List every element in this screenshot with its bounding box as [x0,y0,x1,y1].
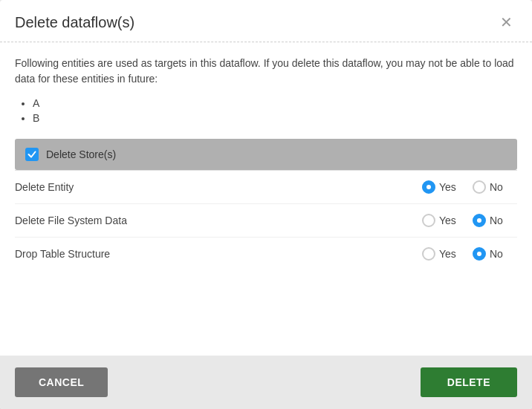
radio-circle-delete-entity-no[interactable] [473,180,486,194]
radio-delete-filesystem-yes[interactable]: Yes [422,214,467,227]
radio-label-yes-1: Yes [439,181,456,193]
delete-store-row[interactable]: Delete Store(s) [15,139,517,170]
option-row-delete-filesystem: Delete File System Data Yes No [15,204,517,238]
entity-item-b: B [33,112,517,124]
radio-group-delete-filesystem: Yes No [422,214,517,227]
cancel-button[interactable]: CANCEL [15,367,108,397]
radio-group-drop-table: Yes No [422,247,517,261]
option-row-drop-table: Drop Table Structure Yes No [15,238,517,270]
dialog-footer: CANCEL DELETE [0,356,532,409]
radio-delete-filesystem-no[interactable]: No [473,214,517,227]
radio-circle-delete-entity-yes[interactable] [422,180,435,194]
radio-drop-table-no[interactable]: No [473,247,517,261]
warning-text: Following entities are used as targets i… [15,56,517,87]
radio-label-yes-2: Yes [439,215,456,226]
option-label-delete-entity: Delete Entity [15,181,422,193]
option-label-delete-filesystem: Delete File System Data [15,215,422,226]
radio-circle-delete-filesystem-no[interactable] [473,214,486,227]
radio-circle-drop-table-yes[interactable] [422,247,435,261]
entity-item-a: A [33,97,517,109]
delete-store-checkbox[interactable] [25,148,39,161]
options-section: Delete Entity Yes No Delete File System … [15,170,517,270]
dialog-title: Delete dataflow(s) [15,14,134,31]
dialog-body: Following entities are used as targets i… [0,42,532,356]
radio-label-no-1: No [490,181,503,193]
radio-delete-entity-no[interactable]: No [473,180,517,194]
radio-circle-drop-table-no[interactable] [473,247,486,261]
option-row-delete-entity: Delete Entity Yes No [15,171,517,204]
delete-button[interactable]: DELETE [421,367,517,397]
delete-store-label: Delete Store(s) [46,148,116,160]
radio-label-no-2: No [490,215,503,226]
radio-circle-delete-filesystem-yes[interactable] [422,214,435,227]
radio-drop-table-yes[interactable]: Yes [422,247,467,261]
close-button[interactable]: ✕ [496,13,517,31]
radio-group-delete-entity: Yes No [422,180,517,194]
dialog-header: Delete dataflow(s) ✕ [0,0,532,42]
radio-delete-entity-yes[interactable]: Yes [422,180,467,194]
delete-dataflow-dialog: Delete dataflow(s) ✕ Following entities … [0,0,532,409]
radio-label-no-3: No [490,248,503,260]
entity-list: A B [15,97,517,124]
option-label-drop-table: Drop Table Structure [15,248,422,260]
radio-label-yes-3: Yes [439,248,456,260]
